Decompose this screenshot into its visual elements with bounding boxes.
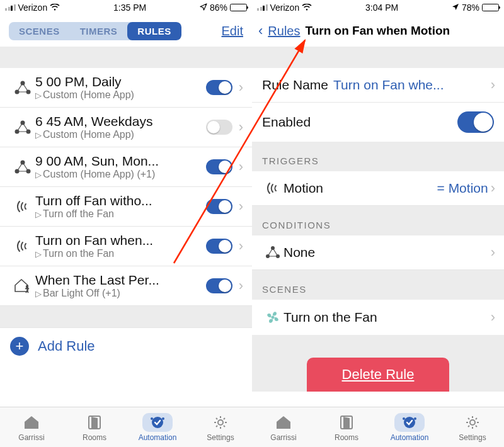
play-icon: ▷ (35, 289, 42, 298)
section-header-conditions: CONDITIONS (252, 206, 504, 235)
signal-bars-icon (257, 4, 268, 11)
tab-label: Automation (391, 433, 429, 442)
rule-title: 5 00 PM, Daily (35, 74, 206, 89)
chevron-right-icon: › (236, 159, 246, 175)
edit-button[interactable]: Edit (222, 24, 243, 38)
tab-settings[interactable]: Settings (189, 407, 252, 447)
motion-icon (262, 181, 284, 196)
delete-rule-button[interactable]: Delete Rule (307, 358, 450, 392)
automation-icon (394, 413, 425, 432)
chevron-right-icon: › (236, 238, 246, 254)
play-icon: ▷ (35, 210, 42, 219)
tab-rooms[interactable]: Rooms (63, 407, 126, 447)
fan-icon (262, 308, 284, 326)
trigger-row[interactable]: Motion = Motion › (252, 171, 504, 206)
section-header-triggers: TRIGGERS (252, 142, 504, 171)
rule-row[interactable]: 6 45 AM, Weekdays ▷Custom (Home App) › (0, 108, 252, 147)
door-icon (338, 413, 355, 432)
section-gap (252, 47, 504, 68)
svg-point-13 (162, 417, 164, 420)
scene-name: Turn on the Fan (284, 310, 377, 325)
tab-label: Rooms (335, 433, 358, 442)
tab-home[interactable]: Garrissi (0, 407, 63, 447)
trigger-name: Motion (284, 181, 323, 196)
battery-icon (482, 4, 499, 11)
chevron-right-icon: › (488, 77, 498, 93)
scene-row[interactable]: Turn on the Fan › (252, 300, 504, 335)
door-icon (86, 413, 103, 432)
graph-icon (10, 120, 35, 135)
rule-toggle[interactable] (206, 159, 232, 174)
rule-subtitle: ▷Bar Light Off (+1) (35, 288, 206, 299)
enabled-toggle[interactable] (457, 111, 494, 133)
battery-pct-label: 78% (462, 3, 479, 13)
play-icon: ▷ (35, 91, 42, 100)
rule-title: When The Last Per... (35, 273, 206, 288)
tab-rooms[interactable]: Rooms (315, 407, 378, 447)
battery-pct-label: 86% (210, 3, 227, 13)
svg-point-23 (470, 420, 475, 425)
graph-icon (262, 246, 284, 259)
tab-bar: Garrissi Rooms Automation Settings (0, 407, 252, 447)
section-gap (0, 47, 252, 68)
motion-icon (10, 239, 35, 254)
rule-row[interactable]: 5 00 PM, Daily ▷Custom (Home App) › (0, 68, 252, 108)
chevron-right-icon: › (236, 198, 246, 215)
svg-point-21 (403, 417, 405, 420)
condition-row[interactable]: None › (252, 235, 504, 270)
rule-detail-screen: Verizon 3:04 PM 78% ‹ Rules Turn on Fan … (252, 0, 504, 447)
chevron-left-icon[interactable]: ‹ (258, 23, 263, 39)
rules-list-screen: Verizon 1:35 PM 86% SCENES TIMERS RULES (0, 0, 252, 447)
rule-toggle[interactable] (206, 80, 232, 95)
tab-scenes[interactable]: SCENES (9, 22, 70, 40)
svg-point-22 (414, 417, 416, 420)
graph-icon (10, 159, 35, 174)
rule-name-row[interactable]: Rule Name Turn on Fan whe... › (252, 68, 504, 103)
enabled-row[interactable]: Enabled (252, 103, 504, 142)
page-title: Turn on Fan when Motion (305, 24, 450, 38)
play-icon: ▷ (35, 170, 42, 179)
rule-toggle[interactable] (206, 239, 232, 254)
tab-home[interactable]: Garrissi (252, 407, 315, 447)
segmented-control: SCENES TIMERS RULES (9, 22, 181, 40)
delete-section: Delete Rule (252, 335, 504, 392)
play-icon: ▷ (35, 130, 42, 140)
play-icon: ▷ (35, 249, 42, 259)
motion-icon (10, 199, 35, 214)
rule-title: 6 45 AM, Weekdays (35, 114, 206, 129)
tab-label: Automation (139, 433, 177, 442)
rule-toggle[interactable] (206, 199, 232, 214)
rule-row[interactable]: When The Last Per... ▷Bar Light Off (+1)… (0, 266, 252, 306)
tab-label: Garrissi (270, 433, 296, 442)
tab-timers[interactable]: TIMERS (70, 22, 128, 40)
status-bar: Verizon 3:04 PM 78% (252, 0, 504, 15)
location-icon (452, 3, 459, 13)
tab-automation[interactable]: Automation (378, 407, 441, 447)
svg-point-9 (26, 285, 28, 288)
wifi-icon (302, 4, 312, 11)
rule-toggle[interactable] (206, 278, 232, 293)
section-header-scenes: SCENES (252, 270, 504, 300)
rule-toggle[interactable] (206, 120, 232, 135)
tab-settings[interactable]: Settings (441, 407, 504, 447)
add-rule-button[interactable]: + Add Rule (0, 327, 252, 365)
clock-label: 3:04 PM (365, 3, 398, 13)
location-icon (200, 3, 207, 13)
automation-icon (142, 413, 173, 432)
gear-icon (212, 413, 229, 432)
condition-name: None (284, 245, 315, 260)
rule-name-label: Rule Name (262, 77, 328, 93)
rule-name-value: Turn on Fan whe... (333, 77, 444, 93)
wifi-icon (50, 4, 60, 11)
plus-icon: + (10, 337, 29, 356)
carrier-label: Verizon (18, 3, 48, 13)
status-bar: Verizon 1:35 PM 86% (0, 0, 252, 15)
rule-subtitle: ▷Turn on the Fan (35, 248, 206, 259)
tab-automation[interactable]: Automation (126, 407, 189, 447)
tab-rules[interactable]: RULES (127, 22, 181, 40)
rule-row[interactable]: Turn off Fan witho... ▷Turn off the Fan … (0, 187, 252, 227)
rule-row[interactable]: 9 00 AM, Sun, Mon... ▷Custom (Home App) … (0, 147, 252, 187)
back-button[interactable]: Rules (268, 24, 300, 38)
rule-row[interactable]: Turn on Fan when... ▷Turn on the Fan › (0, 227, 252, 266)
rule-title: Turn on Fan when... (35, 233, 206, 248)
